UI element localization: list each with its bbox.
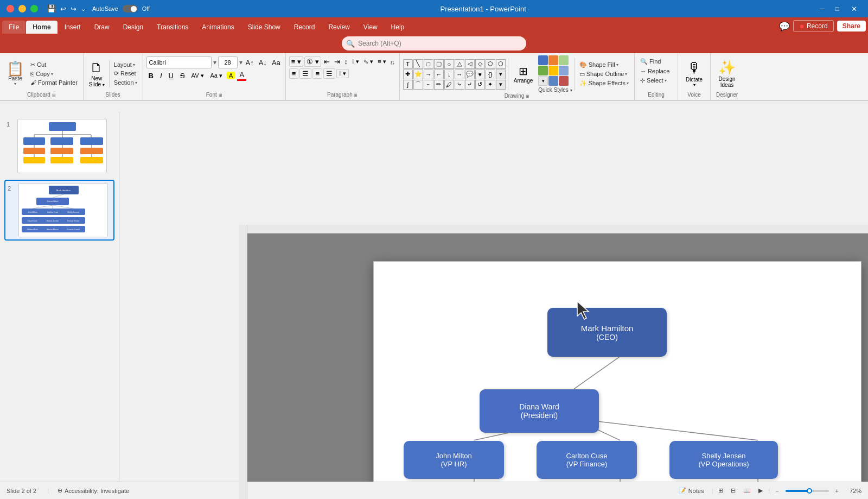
format-painter-button[interactable]: 🖌 Format Painter bbox=[28, 79, 80, 86]
design-ideas-button[interactable]: ✨ DesignIdeas bbox=[716, 57, 738, 90]
replace-button[interactable]: ↔ Replace bbox=[638, 67, 674, 75]
tab-animations[interactable]: Animations bbox=[195, 21, 240, 34]
org-box-ceo[interactable]: Mark Hamilton (CEO) bbox=[547, 308, 667, 357]
zoom-level[interactable]: 72% bbox=[844, 488, 861, 494]
maximize-traffic-light[interactable] bbox=[30, 5, 38, 12]
arc-shape[interactable]: ⌒ bbox=[413, 80, 423, 90]
slide-thumb-2[interactable]: 2 Mark Hamilton Diana Ward John Milton bbox=[4, 180, 114, 241]
text-case-btn[interactable]: Aa ▾ bbox=[208, 72, 225, 80]
redo-icon[interactable]: ↪ bbox=[71, 5, 76, 13]
view-reading-btn[interactable]: 📖 bbox=[741, 486, 753, 495]
triangle-shape[interactable]: △ bbox=[455, 59, 464, 69]
minimize-traffic-light[interactable] bbox=[18, 5, 26, 12]
save-icon[interactable]: 💾 bbox=[47, 4, 56, 13]
strikethrough-btn[interactable]: S bbox=[178, 71, 187, 80]
increase-font-btn[interactable]: A↑ bbox=[244, 58, 256, 67]
dblarrow-shape[interactable]: ↔ bbox=[455, 70, 464, 79]
curve-shape[interactable]: ∫ bbox=[403, 80, 413, 90]
shapes-more2[interactable]: ▾ bbox=[496, 80, 506, 90]
org-box-vp-ops[interactable]: Shelly Jensen (VP Operations) bbox=[669, 441, 778, 479]
star-shape2[interactable]: ✦ bbox=[486, 80, 495, 90]
layout-button[interactable]: Layout ▾ bbox=[112, 61, 139, 68]
columns-btn[interactable]: ⁞ ▾ bbox=[350, 58, 361, 66]
tab-draw[interactable]: Draw bbox=[88, 21, 116, 34]
indent-less-btn[interactable]: ⇤ bbox=[322, 57, 331, 66]
star5-shape[interactable]: ⭐ bbox=[413, 70, 423, 79]
align-left-btn[interactable]: ≡ bbox=[289, 68, 299, 79]
tab-home[interactable]: Home bbox=[26, 21, 57, 34]
text-direction-btn[interactable]: ⬁ ▾ bbox=[362, 58, 375, 66]
diamond-shape[interactable]: ◇ bbox=[475, 59, 485, 69]
minimize-btn[interactable]: □ bbox=[832, 4, 843, 14]
org-box-president[interactable]: Diana Ward (President) bbox=[480, 389, 599, 433]
share-button[interactable]: Share bbox=[837, 21, 866, 31]
slide-thumb-1[interactable]: 1 bbox=[4, 117, 114, 175]
zoom-in-btn[interactable]: + bbox=[833, 487, 841, 495]
dictate-button[interactable]: 🎙 Dictate ▾ bbox=[684, 58, 705, 90]
text-box-shape[interactable]: T bbox=[403, 59, 413, 69]
notes-button[interactable]: 📝 Notes bbox=[674, 486, 709, 495]
zoom-out-btn[interactable]: − bbox=[773, 487, 781, 495]
close-traffic-light[interactable] bbox=[7, 5, 14, 12]
view-normal-btn[interactable]: ⊞ bbox=[716, 486, 725, 495]
hexa-shape[interactable]: ⬡ bbox=[496, 59, 506, 69]
col-btn2[interactable]: ⁞ ▾ bbox=[336, 69, 349, 78]
bullets-btn[interactable]: ≡ ▾ bbox=[289, 56, 303, 67]
align-right-btn[interactable]: ≡ bbox=[312, 68, 322, 79]
section-button[interactable]: Section ▾ bbox=[112, 79, 139, 86]
freeform-shape[interactable]: ✏ bbox=[434, 80, 444, 90]
close-btn[interactable]: ✕ bbox=[847, 4, 861, 14]
clear-format-btn[interactable]: Aa bbox=[270, 58, 282, 67]
org-box-vp-hr[interactable]: John Milton (VP HR) bbox=[404, 441, 504, 479]
freeform2-shape[interactable]: 🖊 bbox=[444, 80, 454, 90]
wave-shape[interactable]: ~ bbox=[424, 80, 433, 90]
smart-art-btn[interactable]: ⎌ bbox=[389, 58, 396, 66]
plus-shape[interactable]: ✚ bbox=[403, 70, 413, 79]
font-size-input[interactable] bbox=[218, 56, 238, 68]
line-spacing-btn[interactable]: ↕ bbox=[343, 57, 350, 66]
search-input[interactable] bbox=[342, 36, 526, 50]
align-text-btn[interactable]: ≡ ▾ bbox=[376, 58, 387, 66]
new-slide-button[interactable]: 🗋 New Slide ▾ bbox=[87, 58, 107, 90]
indent-more-btn[interactable]: ⇥ bbox=[333, 57, 342, 66]
arrow-shape[interactable]: → bbox=[424, 70, 433, 79]
connector3-shape[interactable]: ↺ bbox=[475, 80, 485, 90]
shape-fill-button[interactable]: 🎨 Shape Fill ▾ bbox=[577, 61, 631, 69]
font-color-btn[interactable]: A bbox=[237, 70, 246, 81]
view-sorter-btn[interactable]: ⊟ bbox=[729, 486, 738, 495]
customize-icon[interactable]: ⌄ bbox=[81, 5, 86, 12]
larrow-shape[interactable]: ← bbox=[434, 70, 444, 79]
tab-file[interactable]: File bbox=[2, 21, 25, 34]
heart-shape[interactable]: ♥ bbox=[475, 70, 485, 79]
rtriangle-shape[interactable]: ◁ bbox=[465, 59, 475, 69]
find-button[interactable]: 🔍 Find bbox=[638, 58, 674, 66]
italic-btn[interactable]: I bbox=[158, 71, 164, 80]
line-shape[interactable]: ╲ bbox=[413, 59, 423, 69]
comment-icon[interactable]: 💬 bbox=[779, 21, 790, 31]
collapse-ribbon-btn[interactable]: ─ bbox=[816, 4, 828, 14]
tab-design[interactable]: Design bbox=[117, 21, 150, 34]
tab-view[interactable]: View bbox=[357, 21, 384, 34]
decrease-font-btn[interactable]: A↓ bbox=[257, 58, 269, 67]
numbering-btn[interactable]: ① ▾ bbox=[304, 56, 321, 67]
accessibility-status[interactable]: ⊕ Accessibility: Investigate bbox=[58, 487, 129, 494]
tab-help[interactable]: Help bbox=[385, 21, 411, 34]
select-button[interactable]: ⊹ Select ▾ bbox=[638, 77, 674, 85]
undo-icon[interactable]: ↩ bbox=[60, 5, 66, 13]
callout-shape[interactable]: 💬 bbox=[465, 70, 475, 79]
tab-insert[interactable]: Insert bbox=[58, 21, 87, 34]
oval-shape[interactable]: ○ bbox=[444, 59, 454, 69]
slide-canvas[interactable]: Mark Hamilton (CEO) Diana Ward (Presiden… bbox=[373, 261, 861, 499]
slide-area[interactable]: Mark Hamilton (CEO) Diana Ward (Presiden… bbox=[239, 225, 868, 499]
brace-shape[interactable]: {} bbox=[486, 70, 495, 79]
penta-shape[interactable]: ⬠ bbox=[486, 59, 495, 69]
rect-shape[interactable]: □ bbox=[424, 59, 433, 69]
align-center-btn[interactable]: ☰ bbox=[299, 68, 311, 79]
rounded-rect-shape[interactable]: ▢ bbox=[434, 59, 444, 69]
org-box-vp-finance[interactable]: Carlton Cuse (VP Finance) bbox=[537, 441, 637, 479]
tab-slideshow[interactable]: Slide Show bbox=[241, 21, 287, 34]
connector-shape[interactable]: ⤷ bbox=[455, 80, 464, 90]
more-shapes-btn[interactable]: ▾ bbox=[496, 70, 506, 79]
char-spacing-btn[interactable]: AV ▾ bbox=[189, 72, 206, 80]
arrange-button[interactable]: ⊞ Arrange bbox=[510, 62, 537, 86]
